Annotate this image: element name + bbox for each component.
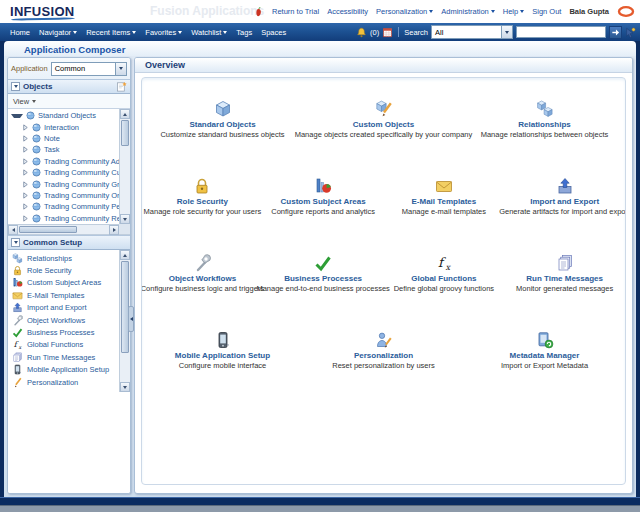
- tile-standard-objects[interactable]: Standard Objects Customize standard busi…: [142, 96, 303, 173]
- menu-help[interactable]: Help: [503, 7, 524, 16]
- expand-node-icon[interactable]: [22, 215, 29, 222]
- tree-item-label[interactable]: Trading Community Organization Profile: [44, 191, 119, 200]
- nav-label[interactable]: Watchlist: [191, 28, 221, 37]
- sidebar-item-import-and-export[interactable]: Import and Export: [8, 302, 119, 314]
- scroll-right-button[interactable]: [109, 225, 119, 235]
- sidebar-item-label[interactable]: Business Processes: [27, 328, 95, 337]
- collapse-panel-icon[interactable]: [11, 82, 20, 91]
- sidebar-item-label[interactable]: Personalization: [27, 378, 78, 387]
- tile-relationships[interactable]: Relationships Manage relationships betwe…: [464, 96, 625, 173]
- nav-label[interactable]: Navigator: [39, 28, 71, 37]
- collapse-node-icon[interactable]: [11, 114, 23, 118]
- expand-node-icon[interactable]: [22, 135, 29, 142]
- sidebar-item-label[interactable]: Global Functions: [27, 340, 83, 349]
- tile-link[interactable]: Custom Subject Areas: [281, 197, 366, 206]
- sidebar-item-global-functions[interactable]: Global Functions: [8, 339, 119, 351]
- menu-administration[interactable]: Administration: [441, 7, 495, 16]
- tree-item-label[interactable]: Trading Community Person Profile: [44, 202, 119, 211]
- link-label[interactable]: Accessibility: [327, 7, 368, 16]
- link-label[interactable]: Return to Trial: [272, 7, 319, 16]
- link-label[interactable]: Help: [503, 7, 518, 16]
- tile-global-functions[interactable]: Global Functions Define global groovy fu…: [384, 250, 505, 327]
- scroll-up-button[interactable]: [120, 250, 130, 260]
- menu-personalization[interactable]: Personalization: [376, 7, 433, 16]
- tree-item[interactable]: Note: [8, 133, 119, 144]
- tile-business-processes[interactable]: Business Processes Manage end-to-end bus…: [263, 250, 384, 327]
- common-setup-panel-header[interactable]: Common Setup: [8, 235, 130, 250]
- expand-node-icon[interactable]: [22, 146, 29, 153]
- tile-mobile-application-setup[interactable]: Mobile Application Setup Configure mobil…: [142, 327, 303, 404]
- expand-node-icon[interactable]: [22, 181, 29, 188]
- tree-item[interactable]: Task: [8, 144, 119, 155]
- sidebar-item-label[interactable]: Mobile Application Setup: [27, 365, 109, 374]
- link-label[interactable]: Sign Out: [532, 7, 561, 16]
- link-label[interactable]: Administration: [441, 7, 489, 16]
- application-select[interactable]: Common: [51, 62, 127, 76]
- tile-link[interactable]: Run Time Messages: [526, 274, 603, 283]
- tile-link[interactable]: Personalization: [354, 351, 413, 360]
- expand-node-icon[interactable]: [22, 169, 29, 176]
- tile-link[interactable]: Business Processes: [284, 274, 362, 283]
- tile-custom-objects[interactable]: Custom Objects Manage objects created sp…: [303, 96, 464, 173]
- tile-role-security[interactable]: Role Security Manage role security for y…: [142, 173, 263, 250]
- tile-link[interactable]: E-Mail Templates: [411, 197, 476, 206]
- sidebar-item-label[interactable]: Custom Subject Areas: [27, 278, 101, 287]
- tree-item-label[interactable]: Trading Community Relationship: [44, 214, 119, 223]
- tree-item[interactable]: Trading Community Organization Profile: [8, 190, 119, 201]
- scroll-down-button[interactable]: [120, 214, 130, 224]
- scrollbar-thumb[interactable]: [121, 120, 129, 146]
- expand-node-icon[interactable]: [22, 203, 29, 210]
- scroll-up-button[interactable]: [120, 109, 130, 119]
- tile-link[interactable]: Import and Export: [530, 197, 599, 206]
- sidebar-item-mobile-application-setup[interactable]: Mobile Application Setup: [8, 364, 119, 376]
- collapse-panel-icon[interactable]: [11, 238, 20, 247]
- view-menu-button[interactable]: View: [13, 97, 29, 106]
- tree-item-label[interactable]: Task: [44, 145, 59, 154]
- notifications-bell-icon[interactable]: [356, 27, 367, 38]
- tree-item[interactable]: Trading Community Group Profile: [8, 178, 119, 189]
- tree-item[interactable]: Interaction: [8, 121, 119, 132]
- nav-navigator[interactable]: Navigator: [39, 28, 77, 37]
- sidebar-item-label[interactable]: Import and Export: [27, 303, 87, 312]
- nav-label[interactable]: Home: [10, 28, 30, 37]
- tree-item[interactable]: Trading Community Address: [8, 156, 119, 167]
- calendar-icon[interactable]: [382, 27, 393, 38]
- sidebar-item-run-time-messages[interactable]: Run Time Messages: [8, 351, 119, 363]
- expand-node-icon[interactable]: [22, 192, 29, 199]
- sidebar-item-relationships[interactable]: Relationships: [8, 252, 119, 264]
- scroll-down-button[interactable]: [120, 382, 130, 392]
- tree-item[interactable]: Trading Community Relationship: [8, 213, 119, 224]
- tree-item-label[interactable]: Note: [44, 134, 60, 143]
- search-scope-select[interactable]: All: [431, 25, 513, 39]
- sidebar-item-custom-subject-areas[interactable]: Custom Subject Areas: [8, 277, 119, 289]
- sidebar-item-object-workflows[interactable]: Object Workflows: [8, 314, 119, 326]
- tree-item-label[interactable]: Standard Objects: [38, 111, 96, 120]
- sidebar-item-label[interactable]: Object Workflows: [27, 316, 85, 325]
- tree-horizontal-scrollbar[interactable]: [8, 224, 119, 234]
- nav-home[interactable]: Home: [10, 28, 30, 37]
- tile-custom-subject-areas[interactable]: Custom Subject Areas Configure reports a…: [263, 173, 384, 250]
- tile-import-and-export[interactable]: Import and Export Generate artifacts for…: [504, 173, 625, 250]
- scrollbar-thumb[interactable]: [19, 226, 77, 233]
- tree-item-label[interactable]: Trading Community Address: [44, 157, 119, 166]
- sidebar-item-label[interactable]: Relationships: [27, 254, 72, 263]
- tile-link[interactable]: Role Security: [177, 197, 228, 206]
- tree-vertical-scrollbar[interactable]: [119, 109, 130, 224]
- global-search-input[interactable]: [516, 26, 606, 38]
- sidebar-item-label[interactable]: Run Time Messages: [27, 353, 95, 362]
- sidebar-item-role-security[interactable]: Role Security: [8, 264, 119, 276]
- tile-link[interactable]: Standard Objects: [189, 120, 255, 129]
- nav-watchlist[interactable]: Watchlist: [191, 28, 227, 37]
- objects-panel-header[interactable]: Objects: [8, 79, 130, 94]
- tile-personalization[interactable]: Personalization Reset personalization by…: [303, 327, 464, 404]
- tile-email-templates[interactable]: E-Mail Templates Manage e-mail templates: [384, 173, 505, 250]
- link-return-to-trial[interactable]: Return to Trial: [272, 7, 319, 16]
- nav-favorites[interactable]: Favorites: [145, 28, 182, 37]
- tree-item[interactable]: Trading Community Person Profile: [8, 201, 119, 212]
- dropdown-button[interactable]: [501, 26, 512, 38]
- advanced-search-icon[interactable]: [625, 27, 636, 38]
- sidebar-item-personalization[interactable]: Personalization: [8, 376, 119, 388]
- nav-spaces[interactable]: Spaces: [261, 28, 286, 37]
- tile-link[interactable]: Mobile Application Setup: [175, 351, 270, 360]
- nav-tags[interactable]: Tags: [236, 28, 252, 37]
